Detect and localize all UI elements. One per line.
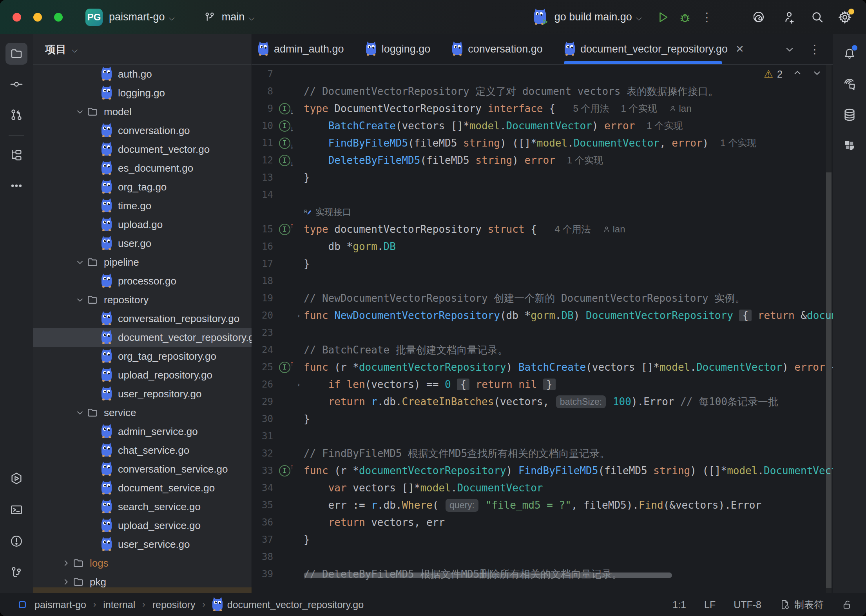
tool-ai-assistant-button[interactable]: [839, 73, 861, 95]
file-lock-icon[interactable]: [842, 599, 853, 610]
tree-item-logging.go[interactable]: logging.go: [33, 83, 252, 102]
tree-item-logs[interactable]: logs: [33, 554, 252, 573]
tree-item-pipeline[interactable]: pipeline: [33, 253, 252, 272]
tree-collapse-chevron-icon[interactable]: [74, 295, 86, 304]
tab-document_vector_repository.go[interactable]: document_vector_repository.go ✕: [554, 34, 755, 64]
breadcrumb-item[interactable]: document_vector_repository.go: [212, 599, 364, 611]
branch-widget[interactable]: main ⌵: [204, 11, 255, 23]
fold-chevron-icon[interactable]: ›: [293, 312, 304, 319]
code-with-me-user-plus-icon[interactable]: [778, 6, 800, 28]
tab-admin_auth.go[interactable]: admin_auth.go: [252, 34, 355, 64]
implements-gutter-icon[interactable]: I↑: [279, 362, 290, 373]
tool-commit-button[interactable]: [5, 73, 27, 95]
ai-assistant-spiral-icon[interactable]: [749, 6, 771, 28]
inlay-usage-hint[interactable]: 1 个实现: [567, 154, 603, 167]
inlay-usage-hint[interactable]: 1 个实现: [621, 102, 657, 115]
tab-list-chevron-icon[interactable]: [779, 38, 801, 60]
project-avatar[interactable]: PG: [85, 9, 103, 26]
inlay-usage-hint[interactable]: 4 个用法: [555, 223, 591, 236]
close-tab-icon[interactable]: ✕: [736, 43, 744, 55]
horizontal-scrollbar[interactable]: [304, 573, 672, 578]
tree-item-upload.go[interactable]: upload.go: [33, 215, 252, 234]
tree-collapse-chevron-icon[interactable]: [74, 107, 86, 116]
tool-structure-button[interactable]: [5, 144, 27, 166]
tree-item-upload_repository.go[interactable]: upload_repository.go: [33, 366, 252, 384]
fold-chevron-icon[interactable]: ›: [293, 381, 304, 388]
tree-expand-chevron-icon[interactable]: [60, 559, 72, 567]
tree-item-admin_service.go[interactable]: admin_service.go: [33, 422, 252, 441]
interface-gutter-icon[interactable]: I↓: [279, 120, 290, 132]
tree-item-document_service.go[interactable]: document_service.go: [33, 478, 252, 497]
tree-item-service[interactable]: service: [33, 403, 252, 422]
tool-pull-requests-button[interactable]: [5, 104, 27, 126]
inlay-usage-hint[interactable]: 1 个实现: [720, 137, 756, 149]
project-chevron-icon[interactable]: ⌵: [169, 13, 175, 22]
tree-item-search_service.go[interactable]: search_service.go: [33, 497, 252, 516]
zoom-window-button[interactable]: [54, 13, 63, 22]
run-config-chevron-icon[interactable]: ⌵: [636, 13, 642, 22]
line-separator[interactable]: LF: [704, 599, 716, 611]
interface-gutter-icon[interactable]: I↓: [279, 155, 290, 166]
tree-collapse-chevron-icon[interactable]: [74, 258, 86, 266]
tree-item-model[interactable]: model: [33, 102, 252, 121]
tab-conversation.go[interactable]: conversation.go: [441, 34, 554, 64]
next-problem-chevron-icon[interactable]: [812, 68, 822, 80]
run-button[interactable]: [652, 6, 674, 28]
inlay-usage-hint[interactable]: 5 个用法: [573, 102, 609, 115]
breadcrumb-item[interactable]: internal: [103, 599, 135, 611]
editor-options-kebab-icon[interactable]: ⋮: [804, 38, 826, 60]
vertical-scrollbar[interactable]: [826, 65, 832, 593]
tree-item-es_document.go[interactable]: es_document.go: [33, 159, 252, 178]
tool-services-run-button[interactable]: [5, 467, 27, 489]
tool-version-control-button[interactable]: [5, 562, 27, 583]
folded-region[interactable]: {: [457, 379, 469, 390]
tree-item-org_tag.go[interactable]: org_tag.go: [33, 178, 252, 196]
breadcrumb-item[interactable]: repository: [152, 599, 196, 611]
tool-notifications-button[interactable]: [839, 43, 861, 65]
tree-item-conversation_service.go[interactable]: conversation_service.go: [33, 460, 252, 478]
tool-more-button[interactable]: [5, 175, 27, 197]
interface-gutter-icon[interactable]: I↓: [279, 103, 290, 114]
tree-item-user_repository.go[interactable]: user_repository.go: [33, 384, 252, 403]
project-name[interactable]: paismart-go: [109, 11, 165, 23]
tree-item-time.go[interactable]: time.go: [33, 196, 252, 215]
indent-style[interactable]: 制表符: [779, 598, 824, 611]
code-editor[interactable]: 7 8 // DocumentVectorRepository 定义了对 doc…: [252, 65, 833, 593]
tree-item-conversation.go[interactable]: conversation.go: [33, 121, 252, 140]
implements-gutter-icon[interactable]: I↑: [279, 465, 290, 476]
folded-region[interactable]: {: [739, 310, 752, 321]
project-panel-chevron-icon[interactable]: ⌵: [72, 45, 78, 54]
interface-gutter-icon[interactable]: I↓: [279, 138, 290, 149]
tree-item-auth.go[interactable]: auth.go: [33, 65, 252, 83]
tree-collapse-chevron-icon[interactable]: [74, 408, 86, 417]
run-config-name[interactable]: go build main.go: [554, 11, 632, 23]
tool-database-button[interactable]: [839, 104, 861, 126]
tree-item-chat_service.go[interactable]: chat_service.go: [33, 441, 252, 460]
inlay-usage-hint[interactable]: 1 个实现: [647, 120, 683, 132]
tool-terminal-button[interactable]: [5, 499, 27, 521]
project-panel-header[interactable]: 项目 ⌵: [33, 34, 252, 65]
tree-expand-chevron-icon[interactable]: [60, 578, 72, 586]
inlay-author-hint[interactable]: lan: [669, 103, 692, 114]
file-encoding[interactable]: UTF-8: [734, 599, 761, 611]
code-vision-hint[interactable]: R实现接口: [304, 206, 351, 218]
prev-problem-chevron-icon[interactable]: [793, 68, 802, 80]
tree-item-user_service.go[interactable]: user_service.go: [33, 535, 252, 554]
tool-project-folder-button[interactable]: [5, 43, 27, 65]
implements-gutter-icon[interactable]: I↑: [279, 224, 290, 235]
tool-plugin-checkered-button[interactable]: [839, 134, 861, 156]
tool-problems-button[interactable]: [5, 530, 27, 552]
tree-item-conversation_repository.go[interactable]: conversation_repository.go: [33, 309, 252, 328]
tree-item-org_tag_repository.go[interactable]: org_tag_repository.go: [33, 347, 252, 366]
close-window-button[interactable]: [13, 13, 21, 22]
debug-button[interactable]: [674, 6, 696, 28]
tab-logging.go[interactable]: logging.go: [355, 34, 442, 64]
tree-item-document_vector_repository.go[interactable]: document_vector_repository.go: [33, 328, 252, 347]
inlay-author-hint[interactable]: lan: [603, 224, 625, 235]
breadcrumb-item[interactable]: paismart-go: [34, 599, 86, 611]
tree-item-document_vector.go[interactable]: document_vector.go: [33, 140, 252, 159]
settings-gear-icon[interactable]: [834, 6, 856, 28]
folded-region[interactable]: }: [543, 379, 556, 390]
tree-item-repository[interactable]: repository: [33, 290, 252, 309]
tree-item-user.go[interactable]: user.go: [33, 234, 252, 253]
